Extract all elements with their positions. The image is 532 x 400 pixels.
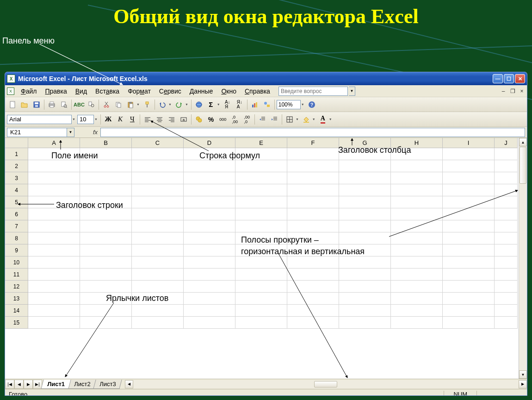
row-header-12[interactable]: 12: [5, 281, 28, 293]
cell[interactable]: [339, 269, 391, 281]
cell[interactable]: [443, 160, 495, 172]
zoom-dropdown-icon[interactable]: ▼: [301, 103, 304, 106]
cell[interactable]: [132, 220, 184, 232]
borders-icon[interactable]: [284, 114, 295, 125]
cell[interactable]: [235, 232, 287, 244]
cell[interactable]: [287, 172, 339, 184]
row-header-13[interactable]: 13: [5, 293, 28, 305]
cell[interactable]: [443, 220, 495, 232]
sheet-tab-1[interactable]: Лист1: [41, 380, 71, 389]
row-header-11[interactable]: 11: [5, 269, 28, 281]
sort-desc-icon[interactable]: Я↓А: [234, 99, 245, 110]
cell[interactable]: [28, 305, 80, 317]
cell[interactable]: [184, 256, 235, 269]
cell[interactable]: [235, 208, 287, 220]
cell[interactable]: [132, 232, 184, 244]
cell[interactable]: [443, 184, 495, 196]
cell[interactable]: [391, 196, 443, 208]
select-all-corner[interactable]: [5, 138, 28, 148]
cell[interactable]: [287, 256, 339, 269]
cell[interactable]: [339, 208, 391, 220]
new-icon[interactable]: [7, 99, 18, 110]
cell[interactable]: [443, 256, 495, 269]
cell[interactable]: [391, 184, 443, 196]
cell[interactable]: [339, 172, 391, 184]
cell[interactable]: [235, 184, 287, 196]
font-size-combobox[interactable]: 10: [77, 115, 94, 124]
cell[interactable]: [28, 208, 80, 220]
cell[interactable]: [339, 196, 391, 208]
cell[interactable]: [495, 160, 518, 172]
cell[interactable]: [443, 244, 495, 256]
cell[interactable]: [132, 256, 184, 269]
excel-doc-icon[interactable]: X: [7, 88, 14, 95]
cell[interactable]: [391, 293, 443, 305]
menu-data[interactable]: Данные: [186, 86, 217, 96]
cell[interactable]: [132, 184, 184, 196]
cell[interactable]: [235, 148, 287, 160]
cell[interactable]: [391, 305, 443, 317]
scroll-right-icon[interactable]: ▶: [519, 380, 527, 388]
cell[interactable]: [184, 196, 235, 208]
align-right-icon[interactable]: [166, 114, 177, 125]
row-header-4[interactable]: 4: [5, 184, 28, 196]
cell[interactable]: [339, 305, 391, 317]
row-header-10[interactable]: 10: [5, 256, 28, 269]
chart-wizard-icon[interactable]: [249, 99, 260, 110]
cell[interactable]: [80, 244, 132, 256]
doc-minimize-button[interactable]: –: [500, 88, 507, 94]
cell[interactable]: [28, 317, 80, 329]
name-box[interactable]: K21: [7, 128, 67, 137]
cell[interactable]: [80, 220, 132, 232]
fill-dropdown-icon[interactable]: ▼: [312, 118, 315, 121]
cell[interactable]: [287, 160, 339, 172]
increase-decimal-icon[interactable]: ,0,00: [229, 114, 241, 125]
cell[interactable]: [287, 305, 339, 317]
cell[interactable]: [80, 281, 132, 293]
font-name-combobox[interactable]: Arial: [7, 115, 72, 124]
cell[interactable]: [184, 244, 235, 256]
sheet-tab-3[interactable]: Лист3: [93, 380, 123, 389]
cell[interactable]: [235, 293, 287, 305]
cell[interactable]: [443, 232, 495, 244]
font-color-icon[interactable]: А: [317, 114, 328, 125]
cell[interactable]: [443, 269, 495, 281]
underline-button[interactable]: Ч: [127, 114, 138, 125]
cell[interactable]: [495, 208, 518, 220]
cell[interactable]: [339, 148, 391, 160]
cell[interactable]: [391, 244, 443, 256]
vertical-scrollbar[interactable]: ▲ ▼: [519, 138, 527, 379]
cell[interactable]: [184, 148, 235, 160]
cell[interactable]: [80, 172, 132, 184]
doc-close-button[interactable]: ×: [519, 88, 525, 94]
cell[interactable]: [287, 208, 339, 220]
cell[interactable]: [132, 148, 184, 160]
row-header-6[interactable]: 6: [5, 208, 28, 220]
cell[interactable]: [28, 184, 80, 196]
cell[interactable]: [28, 160, 80, 172]
cell[interactable]: [391, 148, 443, 160]
paste-icon[interactable]: [125, 99, 136, 110]
cell[interactable]: [80, 317, 132, 329]
cell[interactable]: [339, 293, 391, 305]
cell[interactable]: [495, 220, 518, 232]
cell[interactable]: [339, 184, 391, 196]
decrease-decimal-icon[interactable]: ,00,0: [241, 114, 253, 125]
cell[interactable]: [339, 256, 391, 269]
close-button[interactable]: ✕: [515, 74, 525, 83]
cell[interactable]: [80, 196, 132, 208]
menu-insert[interactable]: Вставка: [92, 86, 123, 96]
scroll-down-icon[interactable]: ▼: [519, 370, 527, 379]
fx-icon[interactable]: fx: [93, 129, 98, 136]
save-icon[interactable]: [31, 99, 42, 110]
column-header-D[interactable]: D: [184, 138, 235, 148]
menu-help[interactable]: Справка: [241, 86, 274, 96]
cell[interactable]: [339, 281, 391, 293]
borders-dropdown-icon[interactable]: ▼: [296, 118, 299, 121]
cell[interactable]: [235, 220, 287, 232]
cell[interactable]: [495, 148, 518, 160]
cell[interactable]: [184, 281, 235, 293]
cell[interactable]: [235, 256, 287, 269]
cell[interactable]: [132, 160, 184, 172]
cell[interactable]: [184, 184, 235, 196]
